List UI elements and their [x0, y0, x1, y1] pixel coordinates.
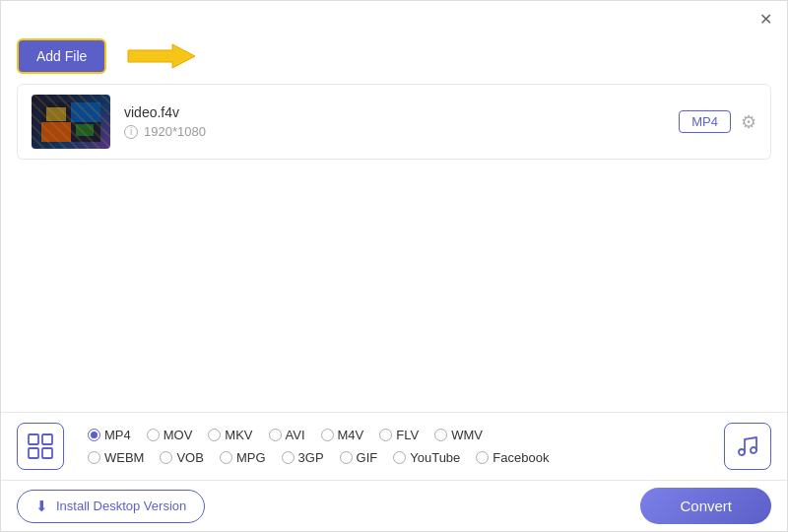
- svg-marker-0: [128, 44, 195, 68]
- format-option-youtube[interactable]: YouTube: [385, 448, 468, 467]
- file-list: video.f4v i 1920*1080 MP4 ⚙: [17, 84, 771, 160]
- format-option-facebook[interactable]: Facebook: [468, 448, 557, 467]
- format-option-gif[interactable]: GIF: [332, 448, 386, 467]
- svg-point-10: [739, 449, 745, 455]
- info-icon[interactable]: i: [124, 125, 138, 139]
- format-section: MP4 MOV MKV AVI M4V FLV: [1, 412, 787, 480]
- download-icon: ⬇: [35, 498, 48, 515]
- bottom-bar: ⬇ Install Desktop Version Convert: [1, 480, 787, 531]
- add-file-button[interactable]: Add File: [17, 38, 106, 74]
- format-option-mpg[interactable]: MPG: [212, 448, 274, 467]
- video-grid-icon: [28, 433, 53, 459]
- format-option-3gp[interactable]: 3GP: [274, 448, 332, 467]
- gear-icon[interactable]: ⚙: [741, 111, 756, 133]
- arrow-icon: [118, 40, 197, 72]
- music-note-icon: [736, 434, 759, 458]
- format-option-mkv[interactable]: MKV: [200, 426, 260, 444]
- format-grid: MP4 MOV MKV AVI M4V FLV: [80, 426, 712, 467]
- format-row-1: MP4 MOV MKV AVI M4V FLV: [80, 426, 712, 444]
- empty-area: [1, 160, 787, 337]
- svg-rect-9: [42, 448, 52, 458]
- title-bar: ✕: [1, 1, 787, 33]
- format-option-flv[interactable]: FLV: [371, 426, 427, 444]
- video-format-icon[interactable]: [17, 423, 64, 470]
- format-row-2: WEBM VOB MPG 3GP GIF YouTube: [80, 448, 712, 467]
- format-option-mp4[interactable]: MP4: [80, 426, 139, 444]
- audio-format-icon[interactable]: [724, 423, 771, 470]
- file-actions: MP4 ⚙: [679, 110, 756, 133]
- format-option-avi[interactable]: AVI: [261, 426, 313, 444]
- format-option-vob[interactable]: VOB: [152, 448, 211, 467]
- format-option-webm[interactable]: WEBM: [80, 448, 152, 467]
- arrow-indicator: [118, 40, 197, 72]
- format-option-wmv[interactable]: WMV: [427, 426, 491, 444]
- svg-rect-6: [29, 434, 38, 444]
- format-option-m4v[interactable]: M4V: [313, 426, 372, 444]
- svg-rect-8: [29, 448, 38, 458]
- file-item: video.f4v i 1920*1080 MP4 ⚙: [18, 85, 770, 159]
- thumbnail-inner: [32, 95, 110, 149]
- convert-button[interactable]: Convert: [640, 488, 771, 524]
- file-resolution: 1920*1080: [144, 124, 206, 139]
- file-info: video.f4v i 1920*1080: [124, 104, 665, 139]
- thumbnail-overlay: [32, 95, 110, 149]
- format-option-mov[interactable]: MOV: [139, 426, 201, 444]
- file-name: video.f4v: [124, 104, 665, 120]
- file-thumbnail: [32, 95, 110, 149]
- close-button[interactable]: ✕: [755, 9, 775, 29]
- svg-rect-7: [42, 434, 52, 444]
- format-badge[interactable]: MP4: [679, 110, 731, 133]
- install-desktop-button[interactable]: ⬇ Install Desktop Version: [17, 490, 205, 523]
- toolbar: Add File: [1, 33, 787, 84]
- install-label: Install Desktop Version: [56, 499, 186, 513]
- file-meta: i 1920*1080: [124, 124, 665, 139]
